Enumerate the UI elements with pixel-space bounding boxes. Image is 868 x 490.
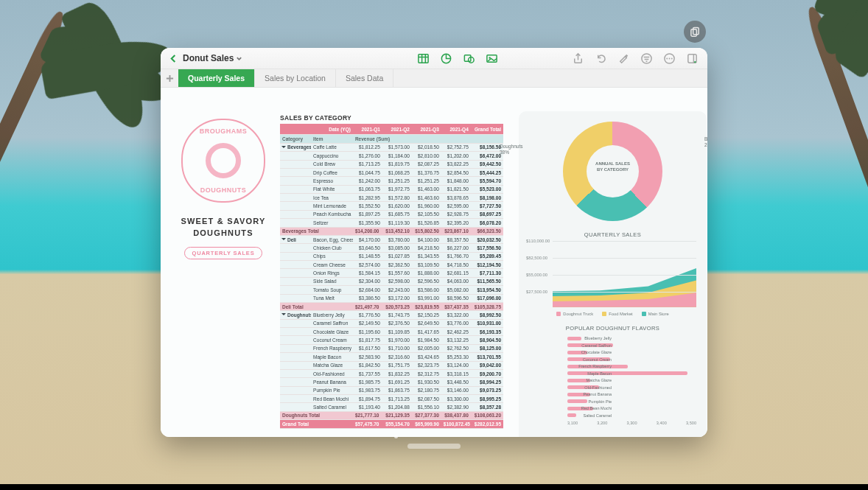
- insert-table-icon[interactable]: [417, 52, 430, 65]
- bar-chart-title: POPULAR DOUGHNUT FLAVORS: [526, 325, 699, 332]
- table-row[interactable]: Red Bean Mochi$1,894.75$1,713.25$2,087.5…: [280, 395, 503, 403]
- table-row[interactable]: Tomato Soup$2,684.00$2,243.00$3,586.00$5…: [280, 286, 503, 294]
- table-row[interactable]: Caramel Saffron$2,149.50$2,376.50$2,649.…: [280, 319, 503, 327]
- inspector-icon[interactable]: [686, 52, 699, 65]
- table-row[interactable]: Seltzer$1,355.90$1,119.30$1,526.85$2,395…: [280, 219, 503, 227]
- table-row[interactable]: Old-Fashioned$1,737.55$1,832.25$2,312.75…: [280, 369, 503, 377]
- ornament-dot: [394, 435, 398, 438]
- bar-label: Peanut Banana: [573, 392, 612, 396]
- table-row[interactable]: Chocolate Glaze$1,195.60$1,109.85$1,417.…: [280, 328, 503, 336]
- bar-row: Coconut Cream: [567, 356, 696, 363]
- document-title[interactable]: Donut Sales: [183, 53, 242, 63]
- table-row[interactable]: Pumpkin Pie$1,983.75$1,863.75$2,180.75$3…: [280, 386, 503, 394]
- table-row[interactable]: BeveragesCaffe Latte$1,812.25$1,573.00$2…: [280, 143, 503, 151]
- format-brush-icon[interactable]: [617, 52, 630, 65]
- sheet-tab-bar: Quarterly SalesSales by LocationSales Da…: [161, 69, 707, 88]
- bar-row: Blueberry Jelly: [567, 335, 696, 342]
- table-row[interactable]: Salted Caramel$1,193.40$1,204.88$1,556.1…: [280, 403, 503, 411]
- table-row[interactable]: Cream Cheese$2,574.00$2,362.50$3,109.50$…: [280, 261, 503, 269]
- svg-rect-7: [464, 55, 471, 61]
- charts-panel: ANNUAL SALESBY CATEGORY Doughnuts38% Bev…: [519, 111, 707, 437]
- insert-shape-icon[interactable]: [463, 52, 475, 65]
- bar-x-tick: 3,400: [657, 421, 667, 425]
- more-icon[interactable]: [663, 52, 676, 65]
- bar-label: Chocolate Glaze: [573, 350, 612, 354]
- svg-rect-2: [419, 54, 428, 62]
- table-row[interactable]: Matcha Glaze$1,842.50$1,751.75$2,323.75$…: [280, 361, 503, 369]
- bar-x-tick: 3,500: [686, 421, 696, 425]
- sheet-tab[interactable]: Sales Data: [336, 69, 393, 87]
- insert-chart-icon[interactable]: [440, 52, 452, 65]
- table-row[interactable]: Onion Rings$1,584.15$1,557.60$1,888.00$2…: [280, 269, 503, 277]
- table-row[interactable]: Chicken Club$3,646.50$3,085.00$4,218.50$…: [280, 244, 503, 252]
- subtotal-row: Deli Total$21,497.70$20,573.25$23,819.55…: [280, 302, 503, 310]
- bar-label: Red Bean Mochi: [573, 406, 612, 410]
- bar-label: Maple Bacon: [573, 371, 612, 376]
- slice-label-beverages: Beverages25%: [704, 136, 707, 148]
- bar-label: Pumpkin Pie: [573, 399, 612, 404]
- table-row[interactable]: Side Salad$2,304.00$2,598.00$2,596.50$4,…: [280, 277, 503, 285]
- sheet-tab[interactable]: Quarterly Sales: [178, 69, 255, 87]
- table-row[interactable]: DeliBacon, Egg, Cheese$4,170.00$3,780.00…: [280, 235, 503, 243]
- table-header-row: Date (YQ) 2021-Q1 2021-Q2 2021-Q3 2021-Q…: [280, 124, 503, 135]
- table-row[interactable]: Maple Bacon$2,583.90$2,316.60$3,424.65$5…: [280, 353, 503, 361]
- revenue-header: Revenue (Sum): [353, 135, 503, 143]
- bar-row: French Raspberry: [567, 363, 696, 370]
- sales-table[interactable]: SALES BY CATEGORY Date (YQ) 2021-Q1 2021…: [280, 114, 503, 429]
- add-sheet-button[interactable]: [161, 69, 178, 87]
- area-chart[interactable]: QUARTERLY SALES $110,000.00$82,500.00$55…: [526, 231, 699, 316]
- donut-chart[interactable]: ANNUAL SALESBY CATEGORY Doughnuts38% Bev…: [526, 122, 699, 221]
- window-grabber[interactable]: [407, 444, 461, 449]
- screen-bottom-bar: [0, 484, 868, 490]
- col-header: 2021-Q2: [382, 124, 412, 135]
- share-icon[interactable]: [572, 52, 584, 65]
- filter-icon[interactable]: [640, 52, 653, 65]
- chevron-down-icon: [236, 55, 242, 62]
- table-row[interactable]: Ice Tea$1,282.95$1,572.80$1,463.60$3,878…: [280, 194, 503, 202]
- logo-badge: BROUGHAMS DOUGHNUTS: [181, 119, 265, 203]
- bar-x-axis: 3,1003,2003,3003,4003,500: [567, 421, 696, 425]
- table-row[interactable]: Peanut Banana$1,985.75$1,691.25$1,930.50…: [280, 378, 503, 386]
- subtotal-row: Doughnuts Total$21,777.10$21,129.35$27,3…: [280, 411, 503, 419]
- svg-point-21: [694, 61, 696, 63]
- table-row[interactable]: French Raspberry$1,617.50$1,710.00$2,005…: [280, 344, 503, 352]
- legend-item: Main Store: [642, 312, 669, 316]
- table-row[interactable]: Coconut Cream$1,817.75$1,970.00$1,984.50…: [280, 336, 503, 344]
- bar-chart[interactable]: POPULAR DOUGHNUT FLAVORS Blueberry Jelly…: [526, 325, 699, 425]
- palm-tree-decoration: [0, 0, 160, 306]
- table-row[interactable]: Mint Lemonade$1,552.50$1,620.00$1,960.00…: [280, 202, 503, 210]
- bar-label: Coconut Cream: [573, 357, 612, 362]
- table-row[interactable]: Cappuccino$1,276.00$1,184.00$2,810.00$1,…: [280, 152, 503, 160]
- col-header: 2021-Q1: [353, 124, 382, 135]
- legend-item: Doughnut Truck: [556, 312, 593, 316]
- table-row[interactable]: Drip Coffee$1,044.75$1,068.25$1,376.75$2…: [280, 168, 503, 176]
- col-header: Grand Total: [471, 124, 503, 135]
- bar-row: Salted Caramel: [567, 412, 696, 419]
- svg-point-17: [669, 57, 671, 59]
- legend-item: Food Market: [602, 312, 633, 316]
- undo-icon[interactable]: [595, 52, 607, 65]
- quarterly-sales-button[interactable]: QUARTERLY SALES: [184, 247, 263, 259]
- back-button[interactable]: [165, 50, 181, 66]
- bar-row: Chocolate Glaze: [567, 349, 696, 356]
- category-header: Category: [280, 135, 311, 143]
- palm-tree-decoration: [710, 0, 868, 304]
- system-duplicate-button[interactable]: [684, 21, 706, 43]
- table-row[interactable]: DoughnutsBlueberry Jelly$1,776.50$1,743.…: [280, 311, 503, 319]
- table-row[interactable]: Chips$1,148.55$1,027.85$1,343.55$1,766.7…: [280, 252, 503, 260]
- bar-label: French Raspberry: [573, 364, 612, 368]
- table-row[interactable]: Peach Kombucha$1,897.25$1,685.75$2,105.5…: [280, 210, 503, 218]
- insert-media-icon[interactable]: [486, 52, 498, 65]
- item-header: Item: [311, 135, 353, 143]
- bar-label: Matcha Glaze: [573, 378, 612, 382]
- spreadsheet-canvas[interactable]: BROUGHAMS DOUGHNUTS SWEET & SAVORY DOUGH…: [161, 88, 707, 437]
- table-row[interactable]: Espresso$1,242.00$1,251.25$1,251.25$1,84…: [280, 177, 503, 185]
- table-row[interactable]: Cold Brew$1,713.25$1,819.75$2,087.25$3,8…: [280, 160, 503, 168]
- bar-label: Old-Fashioned: [573, 385, 612, 390]
- document-title-text: Donut Sales: [183, 53, 234, 63]
- table-row[interactable]: Tuna Melt$3,386.50$3,172.00$3,991.00$8,5…: [280, 294, 503, 302]
- logo-bottom-text: DOUGHNUTS: [200, 186, 247, 194]
- col-header: 2021-Q3: [412, 124, 441, 135]
- sheet-tab[interactable]: Sales by Location: [255, 69, 336, 87]
- table-row[interactable]: Flat White$1,063.75$1,972.75$1,463.00$1,…: [280, 185, 503, 193]
